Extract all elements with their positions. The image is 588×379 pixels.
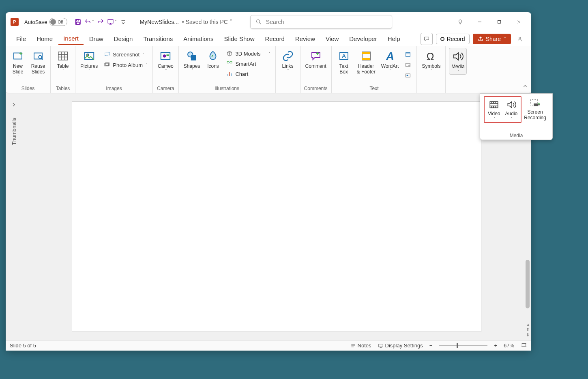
textbox-icon: A [338,50,350,62]
speaker-icon [452,50,464,62]
redo-icon[interactable] [96,17,105,27]
document-title[interactable]: MyNewSlides... [139,19,178,25]
tab-design[interactable]: Design [109,33,138,45]
minimize-button[interactable] [470,15,489,28]
tab-animations[interactable]: Animations [178,33,218,45]
svg-rect-58 [522,344,526,347]
symbols-button[interactable]: ΩSymbols˅ [420,48,442,74]
tab-review[interactable]: Review [290,33,320,45]
shapes-button[interactable]: Shapes˅ [182,48,202,74]
group-links: Links˅ [276,46,300,93]
video-button[interactable]: Video˅ [485,98,502,121]
tab-transitions[interactable]: Transitions [138,33,178,45]
3d-models-button[interactable]: 3D Models˅ [224,49,272,58]
slide-editor[interactable]: ▲⬆⬇ [22,93,531,340]
svg-rect-56 [378,344,383,347]
icons-button[interactable]: Icons [204,48,222,70]
notes-button[interactable]: Notes [350,342,371,349]
share-icon [478,36,483,42]
new-slide-button[interactable]: New Slide˅ [9,48,27,80]
tab-file[interactable]: File [11,33,31,45]
slide-canvas[interactable] [72,101,481,332]
photo-album-button[interactable]: Photo Album˅ [102,60,149,70]
pictures-button[interactable]: Pictures˅ [79,48,99,74]
zoom-slider[interactable] [439,345,487,346]
expand-thumbnails-icon[interactable] [11,101,17,108]
account-icon[interactable] [514,32,526,45]
media-highlight-box: Video˅ Audio˅ [484,96,521,123]
save-icon[interactable] [73,17,83,27]
tab-home[interactable]: Home [32,33,58,45]
search-input[interactable] [266,19,387,25]
record-button[interactable]: Record [436,34,470,44]
zoom-level[interactable]: 67% [504,342,514,349]
new-slide-icon [12,50,24,62]
slide-counter[interactable]: Slide 5 of 5 [10,342,36,349]
present-icon[interactable]: ˅ [107,17,117,27]
cameo-button[interactable]: Cameo˅ [156,48,175,74]
collapse-ribbon-icon[interactable] [522,83,528,90]
svg-line-6 [260,23,261,24]
close-button[interactable] [509,15,528,28]
chart-icon [226,70,233,78]
svg-point-29 [163,54,166,58]
tab-insert[interactable]: Insert [58,32,84,45]
fit-to-window-button[interactable] [521,342,527,349]
wordart-button[interactable]: AWordArt˅ [380,48,401,74]
vertical-scrollbar[interactable] [526,260,530,308]
screenshot-button[interactable]: Screenshot˅ [102,50,149,59]
svg-text:#: # [409,64,410,67]
reuse-slides-button[interactable]: Reuse Slides [29,48,47,76]
tab-view[interactable]: View [321,33,343,45]
smartart-button[interactable]: SmartArt [224,59,272,69]
share-button[interactable]: Share˅ [473,34,511,44]
tab-developer[interactable]: Developer [344,33,382,45]
svg-text:A: A [342,52,346,59]
zoom-out-button[interactable]: − [429,342,433,349]
chart-button[interactable]: Chart [224,69,272,79]
links-button[interactable]: Links˅ [279,48,297,74]
toggle-switch[interactable]: Off [49,18,67,26]
audio-icon [506,99,517,110]
slide-number-button[interactable]: # [403,60,413,70]
maximize-button[interactable] [490,15,509,28]
tab-help[interactable]: Help [383,33,405,45]
tab-slideshow[interactable]: Slide Show [219,33,259,45]
header-footer-button[interactable]: Header & Footer [355,48,377,76]
media-popup-label: Media [480,131,552,140]
cameo-icon [159,50,172,62]
qat-more-icon[interactable] [118,17,128,27]
svg-point-5 [256,20,260,23]
display-settings-button[interactable]: Display Settings [378,342,423,349]
screen-recording-button[interactable]: Screen Recording [521,96,549,122]
search-box[interactable] [250,15,392,29]
tab-draw[interactable]: Draw [84,33,108,45]
audio-button[interactable]: Audio˅ [503,98,520,121]
textbox-button[interactable]: AText Box [335,48,353,76]
omega-icon: Ω [425,50,437,62]
toggle-knob [50,19,56,25]
table-button[interactable]: Table˅ [54,48,72,74]
screenshot-icon [103,51,111,58]
media-button[interactable]: Media˅ [449,48,467,75]
group-symbols: ΩSymbols˅ [417,46,446,93]
object-button[interactable] [403,71,413,80]
svg-rect-32 [191,56,196,60]
zoom-in-button[interactable]: + [494,342,497,349]
comment-button[interactable]: Comment [304,48,328,70]
thumbnails-label: Thumbnails [11,118,17,145]
comments-pane-button[interactable] [421,33,433,45]
group-media: Media˅ [446,46,470,93]
save-status[interactable]: • Saved to this PC ˅ [182,19,232,25]
smartart-icon [226,60,233,67]
slide-nav-arrows[interactable]: ▲⬆⬇ [526,322,530,338]
tab-record[interactable]: Record [260,33,289,45]
date-time-button[interactable] [403,50,413,59]
help-lightbulb-icon[interactable] [451,15,470,28]
wordart-icon: A [384,50,396,62]
autosave-toggle[interactable]: AutoSave Off [24,18,67,26]
svg-rect-8 [498,21,501,24]
group-images: Pictures˅ Screenshot˅ Photo Album˅ Image… [75,46,153,93]
svg-rect-30 [167,54,169,56]
undo-icon[interactable]: ˅ [84,17,94,27]
